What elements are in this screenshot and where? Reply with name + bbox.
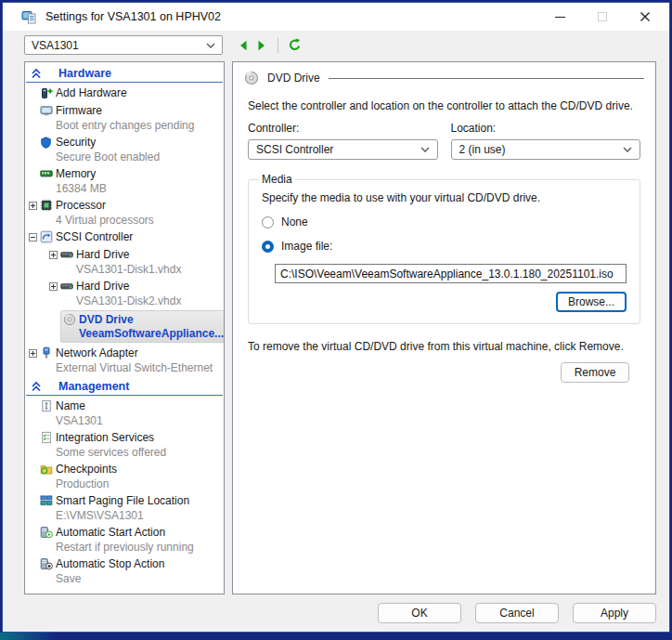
panel-title: DVD Drive: [267, 72, 320, 85]
sidebar-item-name[interactable]: Name VSA1301: [26, 398, 223, 427]
item-label: Network Adapter: [56, 346, 138, 359]
chevron-down-icon: [206, 43, 215, 48]
add-hardware-icon: [40, 86, 56, 99]
toolbar: VSA1301: [3, 31, 669, 59]
sidebar-item-memory[interactable]: Memory 16384 MB: [26, 166, 223, 195]
settings-window: Settings for VSA1301 on HPHV02 VSA1301: [2, 2, 670, 633]
scsi-controller-icon: [40, 230, 56, 243]
item-label: Add Hardware: [56, 86, 127, 99]
location-label: Location:: [451, 122, 641, 135]
paging-memory-icon: [40, 494, 56, 507]
refresh-button[interactable]: [285, 36, 304, 55]
item-subtext: Save: [26, 572, 223, 585]
section-hardware[interactable]: Hardware: [26, 64, 223, 83]
network-adapter-icon: [40, 346, 56, 359]
dialog-footer: OK Cancel Apply: [3, 594, 669, 632]
collapse-icon[interactable]: [29, 233, 37, 242]
checklist-icon: [40, 431, 56, 444]
controller-location-row: Controller: SCSI Controller Location: 2 …: [248, 122, 640, 160]
rename-icon: [40, 399, 56, 412]
sidebar-item-add-hardware[interactable]: Add Hardware: [26, 85, 223, 100]
navigate-back-button[interactable]: [234, 36, 252, 55]
section-hardware-label: Hardware: [58, 67, 111, 80]
item-label: SCSI Controller: [56, 230, 133, 243]
vm-selector-dropdown[interactable]: VSA1301: [24, 35, 223, 55]
sidebar-item-network-adapter[interactable]: Network Adapter External Virtual Switch-…: [26, 346, 223, 374]
forward-arrow-icon: [256, 40, 267, 51]
hardware-tree-panel: Hardware Add Hardware: [24, 61, 225, 594]
shield-icon: [40, 137, 56, 149]
dvd-drive-settings-panel: DVD Drive Select the controller and loca…: [232, 61, 656, 594]
maximize-button: [595, 9, 610, 24]
chevron-down-icon: [623, 147, 632, 152]
sidebar-item-scsi-controller[interactable]: SCSI Controller: [26, 229, 223, 244]
sidebar-item-auto-stop[interactable]: Automatic Stop Action Save: [26, 556, 223, 585]
minimize-button[interactable]: [552, 9, 567, 24]
item-label: Smart Paging File Location: [56, 494, 189, 507]
item-label: Automatic Stop Action: [56, 557, 164, 570]
item-subtext: 16384 MB: [26, 182, 223, 195]
media-groupbox: Media Specify the media to use with your…: [248, 173, 640, 324]
checkpoints-folder-icon: [40, 463, 56, 476]
desktop-background: Settings for VSA1301 on HPHV02 VSA1301: [0, 0, 672, 640]
browse-button[interactable]: Browse...: [556, 292, 627, 312]
memory-icon: [40, 167, 56, 180]
expand-icon[interactable]: [49, 282, 58, 291]
collapse-chevron-icon: [31, 381, 42, 392]
sidebar-item-hard-drive-1[interactable]: Hard Drive VSA1301-Disk1.vhdx: [26, 247, 223, 276]
panel-header: DVD Drive: [244, 71, 644, 85]
radio-none-label[interactable]: None: [281, 216, 308, 229]
radio-option-image-file[interactable]: Image file:: [262, 240, 627, 253]
item-subtext: Secure Boot enabled: [26, 150, 223, 163]
location-value: 2 (in use): [459, 143, 506, 156]
media-legend: Media: [259, 173, 295, 186]
item-label: Integration Services: [56, 431, 154, 444]
item-subtext: VSA1301-Disk1.vhdx: [26, 263, 223, 276]
item-label: Hard Drive: [76, 280, 129, 293]
cancel-button[interactable]: Cancel: [475, 603, 559, 623]
location-select[interactable]: 2 (in use): [451, 139, 641, 160]
radio-image-checked[interactable]: [262, 241, 274, 253]
sidebar-item-processor[interactable]: Processor 4 Virtual processors: [26, 198, 223, 227]
remove-button[interactable]: Remove: [561, 362, 629, 383]
ok-button[interactable]: OK: [378, 603, 461, 623]
sidebar-item-integration-services[interactable]: Integration Services Some services offer…: [26, 430, 223, 459]
image-file-path-input[interactable]: [275, 264, 627, 283]
section-management[interactable]: Management: [26, 377, 223, 396]
sidebar-item-auto-start[interactable]: Automatic Start Action Restart if previo…: [26, 525, 223, 554]
apply-button[interactable]: Apply: [573, 603, 656, 623]
item-label: Firmware: [56, 104, 102, 117]
expand-icon[interactable]: [29, 349, 37, 358]
intro-text: Select the controller and location on th…: [248, 99, 640, 112]
sidebar-item-hard-drive-2[interactable]: Hard Drive VSA1301-Disk2.vhdx: [26, 279, 223, 307]
close-button[interactable]: [638, 9, 653, 24]
back-arrow-icon: [238, 40, 249, 51]
sidebar-item-smart-paging[interactable]: Smart Paging File Location E:\VMS\VSA130…: [26, 493, 223, 522]
radio-none-unchecked[interactable]: [262, 216, 274, 229]
processor-icon: [40, 199, 56, 212]
collapse-chevron-icon: [31, 68, 42, 79]
sidebar-item-firmware[interactable]: Firmware Boot entry changes pending: [26, 103, 223, 132]
remove-hint-text: To remove the virtual CD/DVD drive from …: [248, 340, 640, 353]
radio-option-none[interactable]: None: [262, 216, 627, 229]
hard-drive-icon: [60, 280, 76, 293]
controller-select[interactable]: SCSI Controller: [248, 139, 438, 160]
radio-image-label[interactable]: Image file:: [281, 240, 332, 253]
item-label: Automatic Start Action: [56, 526, 165, 539]
toolbar-separator: [278, 37, 278, 53]
item-subtext: Boot entry changes pending: [26, 119, 223, 132]
item-label: Memory: [56, 167, 96, 180]
expand-icon[interactable]: [49, 251, 58, 259]
sidebar-item-security[interactable]: Security Secure Boot enabled: [26, 135, 223, 163]
hard-drive-icon: [60, 248, 76, 261]
sidebar-item-dvd-drive-selected[interactable]: DVD Drive VeeamSoftwareAppliance...: [26, 310, 223, 343]
content-area: Hardware Add Hardware: [3, 59, 669, 594]
caption-buttons: [552, 9, 653, 24]
item-subtext: E:\VMS\VSA1301: [26, 509, 223, 522]
sidebar-item-checkpoints[interactable]: Checkpoints Production: [26, 462, 223, 490]
item-subtext: VSA1301: [26, 414, 223, 427]
item-label: Name: [56, 399, 85, 412]
auto-stop-icon: [40, 557, 56, 570]
navigate-forward-button[interactable]: [252, 36, 271, 55]
expand-icon[interactable]: [29, 202, 37, 210]
